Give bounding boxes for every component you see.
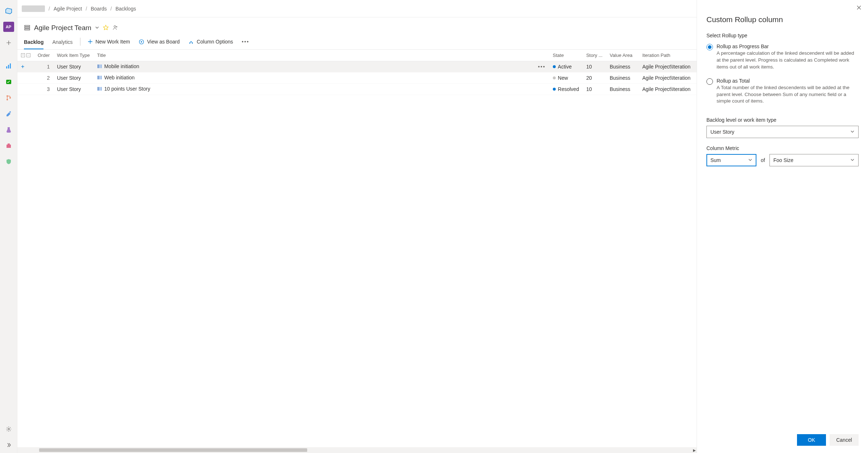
col-workitemtype[interactable]: Work Item Type bbox=[53, 50, 93, 61]
team-name[interactable]: Agile Project Team bbox=[34, 24, 91, 32]
state-dot-icon bbox=[553, 76, 556, 79]
radio-rollup-progress[interactable] bbox=[706, 44, 713, 50]
svg-rect-12 bbox=[25, 27, 30, 28]
chevron-down-icon[interactable] bbox=[95, 25, 99, 31]
col-title[interactable]: Title bbox=[93, 50, 534, 61]
tab-backlog[interactable]: Backlog bbox=[24, 36, 43, 49]
cell-title[interactable]: 10 points User Story bbox=[93, 84, 534, 95]
new-work-item-button[interactable]: New Work Item bbox=[88, 39, 130, 47]
chevron-down-icon bbox=[850, 158, 855, 163]
state-dot-icon bbox=[553, 65, 556, 68]
cell-state: Active bbox=[549, 61, 583, 72]
close-panel-button[interactable] bbox=[856, 5, 861, 12]
tab-analytics[interactable]: Analytics bbox=[52, 36, 72, 49]
cell-order: 1 bbox=[34, 61, 53, 72]
cell-story: 10 bbox=[583, 61, 606, 72]
column-options-button[interactable]: Column Options bbox=[188, 39, 233, 47]
chevron-down-icon bbox=[748, 158, 752, 163]
svg-rect-13 bbox=[25, 29, 30, 30]
state-dot-icon bbox=[553, 88, 556, 91]
backlog-level-select[interactable]: User Story bbox=[706, 126, 859, 138]
cell-iteration: Agile Project\Iteration bbox=[639, 72, 697, 84]
svg-point-5 bbox=[7, 99, 8, 100]
metric-field-select[interactable]: Foo Size bbox=[769, 154, 859, 166]
left-nav-rail: AP bbox=[0, 0, 17, 453]
cell-title[interactable]: Mobile initiation bbox=[93, 61, 534, 72]
svg-rect-20 bbox=[101, 65, 102, 68]
org-name-redacted bbox=[22, 5, 45, 12]
cell-iteration: Agile Project\Iteration bbox=[639, 84, 697, 95]
settings-rail-icon[interactable] bbox=[3, 423, 14, 435]
svg-point-6 bbox=[9, 97, 11, 99]
azure-devops-logo-icon[interactable] bbox=[3, 5, 14, 17]
svg-rect-22 bbox=[99, 76, 100, 79]
svg-rect-8 bbox=[7, 145, 11, 148]
repos-rail-icon[interactable] bbox=[3, 92, 14, 104]
cell-title[interactable]: Web initiation bbox=[93, 72, 534, 84]
user-story-icon bbox=[97, 86, 102, 92]
team-members-icon[interactable] bbox=[112, 24, 119, 32]
breadcrumb: / Agile Project / Boards / Backlogs bbox=[17, 0, 697, 17]
svg-point-10 bbox=[8, 428, 9, 430]
cancel-button[interactable]: Cancel bbox=[830, 434, 859, 446]
chevron-down-icon bbox=[850, 129, 855, 135]
user-story-icon bbox=[97, 75, 102, 81]
svg-rect-21 bbox=[97, 76, 99, 79]
ok-button[interactable]: OK bbox=[797, 434, 826, 446]
backlog-grid: +− Order Work Item Type Title State Stor… bbox=[17, 50, 697, 95]
cell-state: New bbox=[549, 72, 583, 84]
metric-aggregate-select[interactable]: Sum bbox=[706, 154, 756, 166]
pipelines-rail-icon[interactable] bbox=[3, 108, 14, 120]
col-story[interactable]: Story ... bbox=[583, 50, 606, 61]
cell-workitemtype: User Story bbox=[53, 84, 93, 95]
new-item-rail-icon[interactable] bbox=[3, 37, 14, 49]
table-row[interactable]: 3User Story10 points User StoryResolved1… bbox=[17, 84, 697, 95]
row-context-menu[interactable]: ••• bbox=[538, 64, 546, 70]
radio-rollup-progress-label: Rollup as Progress Bar bbox=[717, 43, 859, 49]
svg-rect-11 bbox=[25, 25, 30, 26]
dashboards-rail-icon[interactable] bbox=[3, 60, 14, 72]
expand-rail-icon[interactable] bbox=[3, 439, 14, 451]
breadcrumb-section[interactable]: Boards bbox=[91, 6, 107, 12]
col-state[interactable]: State bbox=[549, 50, 583, 61]
testplans-rail-icon[interactable] bbox=[3, 124, 14, 136]
table-row[interactable]: 2User StoryWeb initiationNew20BusinessAg… bbox=[17, 72, 697, 84]
cell-story: 10 bbox=[583, 84, 606, 95]
svg-rect-19 bbox=[99, 65, 100, 68]
metric-of-label: of bbox=[761, 157, 765, 163]
view-as-board-button[interactable]: View as Board bbox=[139, 39, 180, 47]
artifacts-rail-icon[interactable] bbox=[3, 140, 14, 151]
col-valuearea[interactable]: Value Area bbox=[606, 50, 639, 61]
table-row[interactable]: +1User StoryMobile initiation•••Active10… bbox=[17, 61, 697, 72]
rollup-type-label: Select Rollup type bbox=[706, 33, 859, 38]
horizontal-scrollbar[interactable]: ▶ bbox=[17, 447, 697, 453]
expand-collapse-all[interactable]: +− bbox=[21, 53, 30, 57]
more-actions-button[interactable]: ••• bbox=[242, 39, 249, 47]
radio-rollup-progress-desc: A percentage calculation of the linked d… bbox=[717, 50, 859, 71]
svg-point-16 bbox=[189, 42, 191, 43]
cell-valuearea: Business bbox=[606, 61, 639, 72]
panel-title: Custom Rollup column bbox=[706, 15, 859, 24]
breadcrumb-project[interactable]: Agile Project bbox=[54, 6, 82, 12]
add-child-icon[interactable]: + bbox=[21, 63, 24, 70]
svg-rect-2 bbox=[10, 63, 11, 68]
svg-point-7 bbox=[9, 111, 11, 113]
backlog-icon bbox=[24, 24, 30, 32]
compliance-rail-icon[interactable] bbox=[3, 156, 14, 167]
breadcrumb-page[interactable]: Backlogs bbox=[116, 6, 136, 12]
radio-rollup-total[interactable] bbox=[706, 78, 713, 85]
boards-rail-icon[interactable] bbox=[3, 76, 14, 88]
project-avatar[interactable]: AP bbox=[3, 21, 14, 33]
column-metric-label: Column Metric bbox=[706, 145, 859, 151]
cell-workitemtype: User Story bbox=[53, 72, 93, 84]
backlog-level-label: Backlog level or work item type bbox=[706, 117, 859, 123]
svg-rect-18 bbox=[97, 65, 99, 68]
custom-rollup-panel: Custom Rollup column Select Rollup type … bbox=[697, 0, 868, 453]
radio-rollup-total-label: Rollup as Total bbox=[717, 78, 859, 84]
col-order[interactable]: Order bbox=[34, 50, 53, 61]
page-header: Agile Project Team bbox=[17, 17, 697, 32]
breadcrumb-separator: / bbox=[49, 6, 50, 12]
col-iteration[interactable]: Iteration Path bbox=[639, 50, 697, 61]
svg-point-17 bbox=[192, 42, 193, 43]
favorite-star-icon[interactable] bbox=[103, 25, 109, 32]
